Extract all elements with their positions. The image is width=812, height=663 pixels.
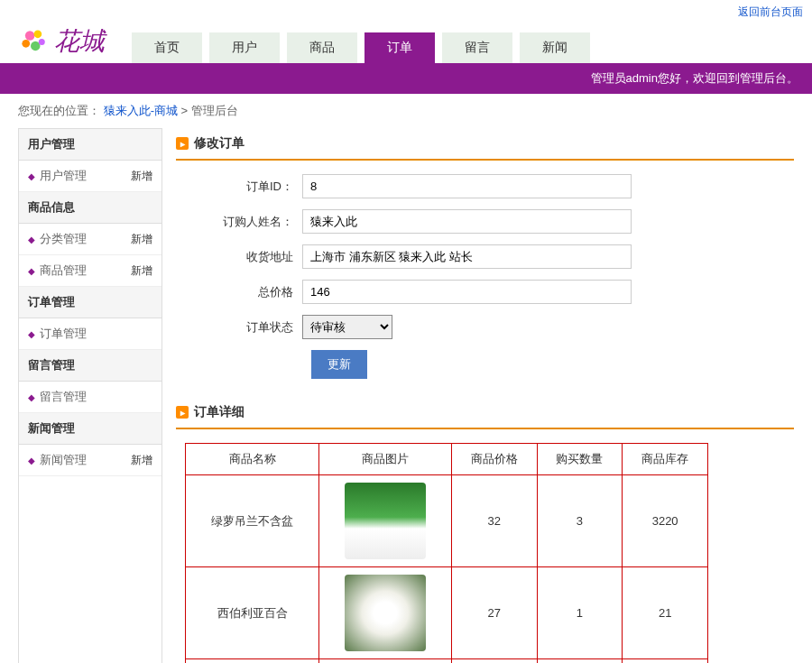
sidebar-item-label: 新闻管理	[40, 452, 131, 468]
table-row: 绿萝吊兰不含盆3233220	[186, 475, 708, 567]
sidebar-addnew-link[interactable]: 新增	[131, 453, 152, 468]
sidebar: 用户管理◆用户管理新增商品信息◆分类管理新增◆商品管理新增订单管理◆订单管理留言…	[18, 128, 162, 663]
product-image	[345, 575, 426, 651]
input-total-price[interactable]	[302, 280, 632, 304]
cell-product-name: 绿萝吊兰不含盆	[186, 475, 319, 567]
input-order-id[interactable]	[302, 174, 632, 198]
label-order-id: 订单ID：	[176, 179, 302, 195]
sidebar-item-label: 商品管理	[40, 262, 131, 279]
cell-product-image	[319, 475, 452, 567]
cell-stock: 21	[623, 567, 708, 659]
sidebar-item[interactable]: ◆分类管理新增	[19, 224, 161, 255]
sidebar-addnew-link[interactable]: 新增	[131, 169, 152, 184]
sidebar-header: 订单管理	[19, 287, 161, 318]
content: ▸ 修改订单 订单ID： 订购人姓名： 收货地址 总价格	[176, 128, 794, 663]
table-header: 商品库存	[623, 444, 708, 475]
section-order-detail-title: ▸ 订单详细	[176, 397, 794, 429]
sidebar-header: 留言管理	[19, 350, 161, 382]
svg-point-2	[22, 39, 30, 47]
main-nav: 首页用户商品订单留言新闻	[132, 32, 590, 63]
table-header: 购买数量	[537, 444, 623, 475]
flower-icon	[18, 26, 50, 58]
cell-qty: 1	[537, 659, 623, 664]
bullet-icon: ◆	[28, 392, 35, 402]
breadcrumb-current: 管理后台	[191, 104, 238, 117]
table-header: 商品价格	[451, 444, 537, 475]
nav-item-新闻[interactable]: 新闻	[520, 32, 590, 63]
table-header: 商品名称	[186, 444, 319, 475]
update-button[interactable]: 更新	[311, 350, 367, 379]
breadcrumb-sep: >	[181, 104, 191, 117]
bullet-icon: ◆	[28, 456, 35, 465]
product-image	[345, 483, 426, 559]
cell-price: 27	[451, 567, 537, 659]
sidebar-addnew-link[interactable]: 新增	[131, 263, 152, 279]
breadcrumb-link[interactable]: 猿来入此-商城	[104, 104, 178, 117]
nav-item-留言[interactable]: 留言	[442, 32, 512, 63]
label-order-status: 订单状态	[176, 319, 302, 336]
cell-price: 23	[451, 659, 537, 664]
sidebar-item-label: 订单管理	[40, 326, 152, 342]
bullet-icon: ◆	[28, 266, 35, 276]
back-to-front-link[interactable]: 返回前台页面	[738, 5, 803, 18]
sidebar-header: 新闻管理	[19, 413, 161, 445]
sidebar-item[interactable]: ◆订单管理	[19, 318, 161, 350]
nav-item-订单[interactable]: 订单	[364, 32, 435, 63]
cell-product-name: 西伯利亚百合	[186, 567, 319, 659]
nav-item-首页[interactable]: 首页	[132, 32, 202, 63]
arrow-icon: ▸	[176, 406, 189, 419]
sidebar-item[interactable]: ◆新闻管理新增	[19, 445, 161, 476]
order-form: 订单ID： 订购人姓名： 收货地址 总价格 订单状态	[176, 174, 794, 379]
sidebar-item-label: 留言管理	[40, 389, 152, 405]
cell-qty: 1	[537, 567, 623, 659]
nav-item-用户[interactable]: 用户	[209, 32, 280, 63]
order-detail-table: 商品名称商品图片商品价格购买数量商品库存 绿萝吊兰不含盆3233220西伯利亚百…	[185, 443, 708, 663]
cell-product-image	[319, 659, 452, 664]
sidebar-item[interactable]: ◆留言管理	[19, 382, 161, 413]
table-header: 商品图片	[319, 444, 452, 475]
cell-stock: 44	[623, 659, 708, 664]
svg-point-1	[34, 30, 42, 38]
sidebar-item[interactable]: ◆商品管理新增	[19, 255, 161, 287]
breadcrumb-prefix: 您现在的位置：	[18, 104, 100, 117]
cell-price: 32	[451, 475, 537, 567]
sidebar-header: 商品信息	[19, 192, 161, 224]
svg-point-4	[39, 39, 45, 45]
breadcrumb: 您现在的位置： 猿来入此-商城 > 管理后台	[0, 94, 812, 128]
table-row: 西伯利亚百合27121	[186, 567, 708, 659]
sidebar-item-label: 用户管理	[40, 168, 131, 184]
sidebar-addnew-link[interactable]: 新增	[131, 232, 152, 247]
logo-text: 花城	[54, 24, 105, 59]
arrow-icon: ▸	[176, 137, 189, 150]
nav-item-商品[interactable]: 商品	[287, 32, 357, 63]
label-address: 收货地址	[176, 249, 302, 265]
sidebar-item[interactable]: ◆用户管理新增	[19, 161, 161, 192]
cell-qty: 3	[537, 475, 623, 567]
cell-product-image	[319, 567, 452, 659]
sidebar-header: 用户管理	[19, 129, 161, 161]
section-title-text: 修改订单	[194, 135, 245, 152]
bullet-icon: ◆	[28, 329, 35, 339]
input-address[interactable]	[302, 244, 632, 269]
bullet-icon: ◆	[28, 235, 35, 244]
section-title-text: 订单详细	[194, 404, 245, 420]
logo[interactable]: 花城	[18, 24, 105, 59]
label-buyer-name: 订购人姓名：	[176, 214, 302, 230]
input-buyer-name[interactable]	[302, 209, 632, 234]
section-edit-order-title: ▸ 修改订单	[176, 128, 794, 161]
svg-point-0	[25, 31, 35, 41]
header: 花城 首页用户商品订单留言新闻	[0, 24, 812, 63]
cell-stock: 3220	[623, 475, 708, 567]
label-total-price: 总价格	[176, 284, 302, 300]
bullet-icon: ◆	[28, 171, 35, 181]
cell-product-name: 国内鲁	[186, 659, 319, 664]
table-row: 国内鲁23144	[186, 659, 708, 664]
select-order-status[interactable]: 待审核	[302, 315, 392, 339]
welcome-bar: 管理员admin您好，欢迎回到管理后台。	[0, 63, 812, 94]
sidebar-item-label: 分类管理	[40, 231, 131, 247]
